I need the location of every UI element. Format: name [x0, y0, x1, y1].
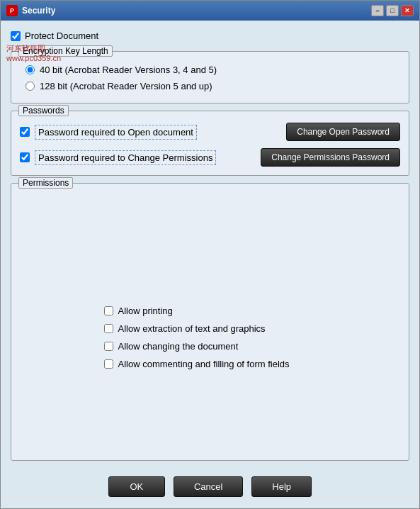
protect-document-row: Protect Document	[11, 28, 409, 44]
permissions-section: Permissions Allow printing Allow extract…	[11, 183, 409, 461]
perm-row-print: Allow printing	[104, 306, 317, 316]
perm-extract-checkbox[interactable]	[104, 324, 113, 333]
perm-change-checkbox[interactable]	[104, 342, 113, 351]
password-row-open: Password required to Open document Chang…	[20, 123, 400, 141]
bottom-bar: OK Cancel Help	[1, 468, 419, 508]
title-controls: – □ ✕	[371, 5, 414, 16]
passwords-section: Passwords Password required to Open docu…	[11, 111, 409, 176]
permissions-content: Allow printing Allow extraction of text …	[20, 195, 400, 452]
password-permissions-left: Password required to Change Permissions	[20, 150, 216, 165]
perm-row-comment: Allow commenting and filling of form fie…	[104, 359, 317, 369]
perm-row-extract: Allow extraction of text and graphics	[104, 323, 317, 334]
encryption-legend: Encryption Key Length	[18, 45, 113, 57]
passwords-legend: Passwords	[18, 105, 69, 116]
password-permissions-checkbox[interactable]	[20, 152, 30, 162]
window-title: Security	[22, 6, 371, 16]
close-button[interactable]: ✕	[401, 5, 414, 16]
radio-128bit[interactable]	[25, 82, 35, 91]
password-permissions-label: Password required to Change Permissions	[35, 150, 216, 165]
radio-row-40bit: 40 bit (Acrobat Reader Versions 3, 4 and…	[25, 65, 395, 75]
perm-print-checkbox[interactable]	[104, 306, 113, 315]
permissions-legend: Permissions	[18, 177, 73, 189]
perm-comment-checkbox[interactable]	[104, 359, 113, 369]
radio-row-128bit: 128 bit (Acrobat Reader Version 5 and up…	[25, 81, 395, 91]
password-open-left: Password required to Open document	[20, 125, 197, 140]
change-permissions-password-button[interactable]: Change Permissions Password	[261, 148, 400, 167]
content-area: 河东软件园 www.pc0359.cn Protect Document Enc…	[1, 21, 419, 468]
perm-change-label: Allow changing the document	[118, 341, 239, 352]
title-bar: P Security – □ ✕	[1, 1, 419, 21]
encryption-radio-group: 40 bit (Acrobat Reader Versions 3, 4 and…	[20, 62, 400, 94]
perm-print-label: Allow printing	[118, 306, 173, 316]
password-row-permissions: Password required to Change Permissions …	[20, 148, 400, 167]
maximize-button[interactable]: □	[386, 5, 399, 16]
radio-40bit[interactable]	[25, 65, 35, 74]
perm-row-change: Allow changing the document	[104, 341, 317, 352]
ok-button[interactable]: OK	[108, 476, 165, 497]
password-open-label: Password required to Open document	[35, 125, 197, 140]
password-open-checkbox[interactable]	[20, 127, 30, 137]
perm-extract-label: Allow extraction of text and graphics	[118, 323, 266, 334]
minimize-button[interactable]: –	[371, 5, 384, 16]
security-window: P Security – □ ✕ 河东软件园 www.pc0359.cn Pro…	[0, 0, 420, 509]
protect-document-label: Protect Document	[25, 30, 98, 41]
cancel-button[interactable]: Cancel	[174, 476, 243, 497]
change-open-password-button[interactable]: Change Open Password	[286, 123, 400, 141]
protect-document-checkbox[interactable]	[11, 31, 21, 41]
perm-comment-label: Allow commenting and filling of form fie…	[118, 359, 290, 369]
passwords-content: Password required to Open document Chang…	[20, 123, 400, 167]
help-button[interactable]: Help	[251, 476, 312, 497]
radio-40bit-label: 40 bit (Acrobat Reader Versions 3, 4 and…	[40, 65, 217, 75]
radio-128bit-label: 128 bit (Acrobat Reader Version 5 and up…	[40, 81, 212, 91]
window-icon: P	[6, 5, 18, 16]
encryption-section: Encryption Key Length 40 bit (Acrobat Re…	[11, 51, 409, 104]
